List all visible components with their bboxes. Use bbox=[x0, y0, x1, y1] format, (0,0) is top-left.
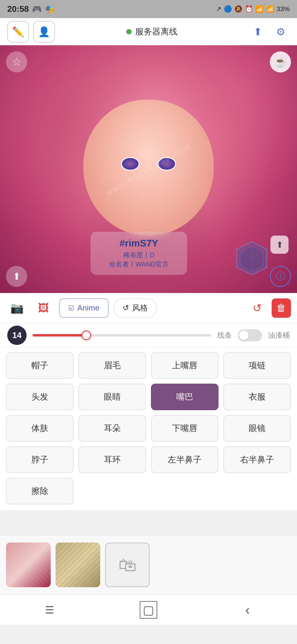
grid-row-1: 帽子 眉毛 上嘴唇 项链 bbox=[6, 352, 291, 379]
shop-button[interactable]: 🛍 bbox=[105, 543, 150, 587]
btn-mouth[interactable]: 嘴巴 bbox=[151, 384, 219, 410]
btn-lower-lip[interactable]: 下嘴唇 bbox=[151, 415, 219, 442]
back-button[interactable]: ‹ bbox=[235, 601, 260, 619]
delete-icon: 🗑 bbox=[276, 302, 286, 314]
bucket-label: 油漆桶 bbox=[268, 330, 290, 340]
undo-icon: ↺ bbox=[253, 302, 262, 314]
btn-ear[interactable]: 耳朵 bbox=[78, 415, 146, 442]
cup-button[interactable]: ☕ bbox=[270, 51, 291, 72]
camera-icon: 📷 bbox=[10, 302, 24, 314]
grid-row-4: 脖子 耳环 左半鼻子 右半鼻子 bbox=[6, 446, 291, 473]
btn-necklace[interactable]: 项链 bbox=[223, 352, 291, 379]
anime-face bbox=[83, 100, 214, 236]
btn-eyebrow[interactable]: 眉毛 bbox=[78, 352, 146, 379]
signal-icon: ↗ bbox=[216, 5, 221, 13]
nav-left: ✏️ 👤 bbox=[7, 21, 55, 43]
btn-earring[interactable]: 耳环 bbox=[78, 446, 146, 473]
status-icon-1: 🎮 bbox=[32, 5, 42, 14]
status-icon-2: 🎭 bbox=[45, 5, 54, 14]
anime-eye-right bbox=[158, 157, 176, 171]
upload-button[interactable]: ⬆ bbox=[6, 266, 27, 287]
delete-button[interactable]: 🗑 bbox=[272, 298, 291, 318]
slider-value-display: 14 bbox=[7, 326, 27, 345]
btn-glasses[interactable]: 眼镜 bbox=[223, 415, 291, 442]
btn-upper-lip[interactable]: 上嘴唇 bbox=[151, 352, 219, 379]
back-icon: ‹ bbox=[245, 602, 250, 617]
btn-eyes[interactable]: 眼睛 bbox=[78, 384, 146, 410]
bucket-toggle[interactable] bbox=[238, 329, 262, 341]
btn-left-nose[interactable]: 左半鼻子 bbox=[151, 446, 219, 473]
undo-button[interactable]: ↺ bbox=[248, 298, 267, 318]
btn-clothes[interactable]: 衣服 bbox=[223, 384, 291, 410]
nav-center: 服务器离线 bbox=[126, 26, 177, 37]
upload-icon: ⬆ bbox=[13, 271, 21, 282]
line-label: 线条 bbox=[217, 330, 232, 340]
edit-button[interactable]: ✏️ bbox=[7, 21, 29, 43]
gallery-button[interactable]: 🖼 bbox=[33, 297, 54, 319]
share-button[interactable]: ⬆ bbox=[249, 23, 267, 41]
toggle-knob bbox=[239, 330, 249, 340]
gallery-thumb-1[interactable] bbox=[6, 543, 51, 587]
battery-percent: 33% bbox=[276, 5, 290, 13]
style-button[interactable]: ↺ 风格 bbox=[113, 298, 157, 318]
slider-fill bbox=[33, 334, 86, 336]
anime-mode-button[interactable]: ☑ Anime bbox=[59, 298, 109, 318]
gallery-thumb-2[interactable] bbox=[56, 543, 100, 587]
nav-right: ⬆ ⚙ bbox=[249, 23, 290, 41]
gallery-icon: 🖼 bbox=[38, 302, 49, 314]
server-status-dot bbox=[126, 29, 132, 34]
image-share-button[interactable]: ⬆ bbox=[270, 236, 289, 254]
cellular-icon: 📶 bbox=[255, 5, 263, 13]
info-button[interactable]: ⓘ bbox=[270, 266, 291, 287]
btn-neck[interactable]: 脖子 bbox=[6, 446, 74, 473]
slider-thumb[interactable] bbox=[81, 330, 91, 340]
thumb1-lines bbox=[6, 543, 51, 587]
camera-button[interactable]: 📷 bbox=[6, 297, 28, 319]
style-label: 风格 bbox=[132, 303, 148, 313]
toolbar: 📷 🖼 ☑ Anime ↺ 风格 ↺ 🗑 bbox=[0, 293, 297, 323]
profile-icon: 👤 bbox=[38, 26, 50, 37]
thumb2-preview bbox=[56, 543, 100, 587]
anime-eye-left bbox=[121, 157, 139, 171]
home-icon: ▢ bbox=[140, 601, 157, 619]
undo-small-icon: ↺ bbox=[123, 303, 129, 313]
btn-hat[interactable]: 帽子 bbox=[6, 352, 74, 379]
btn-right-nose[interactable]: 右半鼻子 bbox=[223, 446, 291, 473]
overlay-rarity: 稀有度丨D bbox=[100, 251, 178, 260]
shop-icon: 🛍 bbox=[118, 555, 136, 575]
bottom-nav: ☰ ▢ ‹ bbox=[0, 594, 297, 625]
mute-icon: 🔕 bbox=[234, 5, 242, 13]
checkmark-icon: ☑ bbox=[68, 304, 74, 312]
status-time: 20:58 🎮 🎭 bbox=[7, 4, 54, 14]
cup-icon: ☕ bbox=[274, 56, 287, 68]
menu-button[interactable]: ☰ bbox=[37, 601, 62, 619]
thumb2-lines bbox=[56, 543, 100, 587]
star-icon: ☆ bbox=[12, 56, 21, 68]
hex-shape bbox=[231, 239, 273, 281]
bottom-gallery: 🛍 bbox=[0, 535, 297, 594]
settings-button[interactable]: ⚙ bbox=[272, 23, 290, 41]
overlay-namer: 命名者丨WAND官方 bbox=[100, 260, 178, 269]
edit-icon: ✏️ bbox=[12, 26, 24, 37]
image-container: www.hackhome.com ☆ ☕ ⬆ #rimS7Y 稀有度丨D 命名者… bbox=[0, 45, 297, 293]
wifi-icon: 📶 bbox=[266, 5, 274, 13]
thumb1-preview bbox=[6, 543, 51, 587]
btn-skin[interactable]: 体肤 bbox=[6, 415, 74, 442]
menu-icon: ☰ bbox=[45, 604, 54, 616]
grid-row-5: 擦除 bbox=[6, 478, 291, 504]
home-button[interactable]: ▢ bbox=[136, 601, 161, 619]
anime-label: Anime bbox=[77, 303, 100, 313]
slider-track[interactable] bbox=[33, 334, 211, 336]
time-display: 20:58 bbox=[7, 4, 29, 14]
btn-hair[interactable]: 头发 bbox=[6, 384, 74, 410]
slider-row: 14 线条 油漆桶 bbox=[0, 323, 297, 347]
section-spacer bbox=[0, 511, 297, 535]
server-status-label: 服务器离线 bbox=[135, 26, 177, 37]
favorite-button[interactable]: ☆ bbox=[6, 51, 27, 72]
info-icon: ⓘ bbox=[276, 270, 285, 283]
btn-erase[interactable]: 擦除 bbox=[6, 478, 74, 504]
grid-row-3: 体肤 耳朵 下嘴唇 眼镜 bbox=[6, 415, 291, 442]
overlay-hashtag: #rimS7Y bbox=[100, 238, 178, 249]
profile-button[interactable]: 👤 bbox=[33, 21, 55, 43]
alarm-icon: ⏰ bbox=[245, 5, 253, 13]
